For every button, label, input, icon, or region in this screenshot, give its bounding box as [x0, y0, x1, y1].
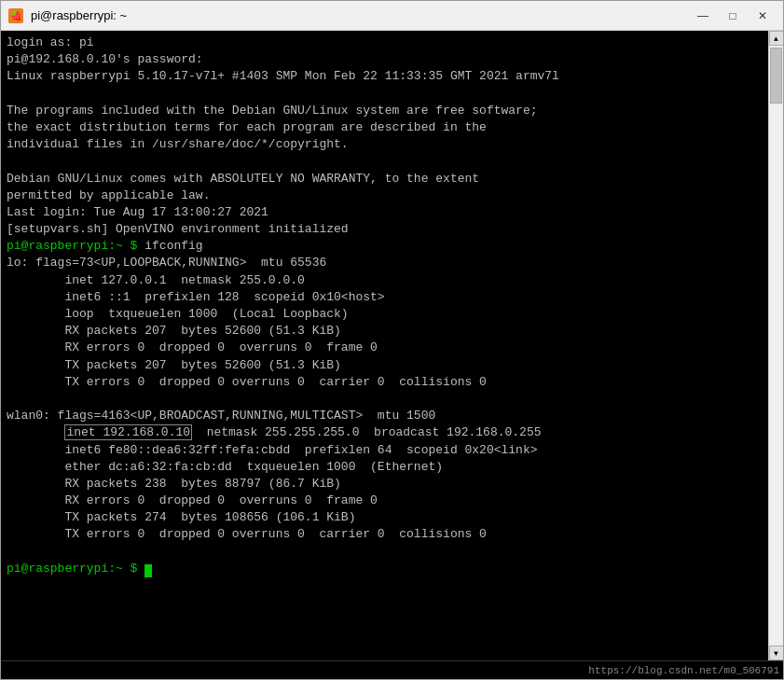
scroll-up-arrow[interactable]: ▲	[769, 31, 784, 46]
terminal-output[interactable]: login as: pi pi@192.168.0.10's password:…	[1, 31, 768, 660]
minimize-button[interactable]: —	[690, 6, 716, 26]
scroll-down-arrow[interactable]: ▼	[769, 645, 784, 660]
status-url: https://blog.csdn.net/m0_506791	[588, 665, 779, 676]
terminal-container: login as: pi pi@192.168.0.10's password:…	[1, 31, 783, 660]
terminal-window: 🍓 pi@raspberrypi: ~ — □ ✕ login as: pi p…	[0, 0, 784, 680]
scrollbar-thumb[interactable]	[770, 48, 782, 104]
window-title: pi@raspberrypi: ~	[31, 8, 690, 22]
window-controls: — □ ✕	[690, 6, 776, 26]
title-bar: 🍓 pi@raspberrypi: ~ — □ ✕	[1, 1, 783, 31]
status-bar: https://blog.csdn.net/m0_506791	[1, 660, 783, 679]
window-icon: 🍓	[8, 8, 23, 23]
scrollbar-track	[769, 46, 783, 645]
close-button[interactable]: ✕	[750, 6, 776, 26]
maximize-button[interactable]: □	[720, 6, 746, 26]
scrollbar[interactable]: ▲ ▼	[768, 31, 783, 660]
